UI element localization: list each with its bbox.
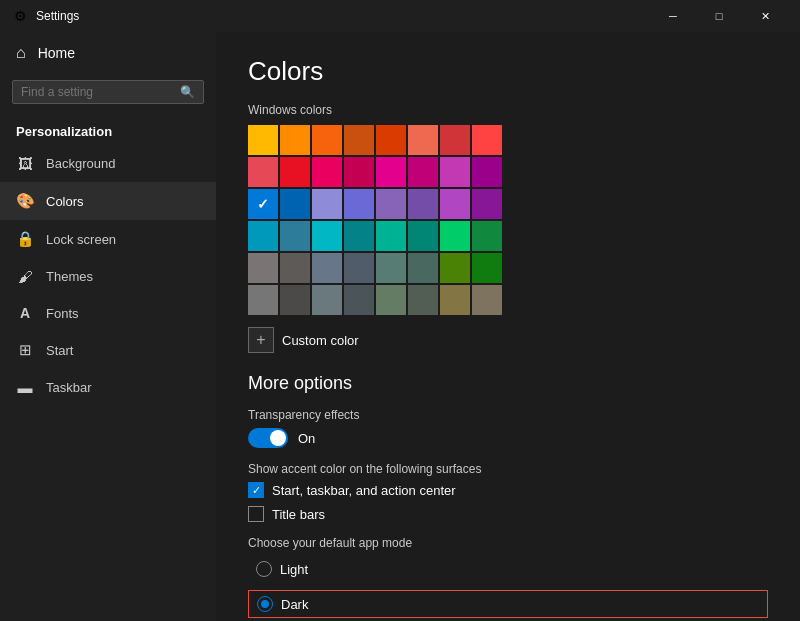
color-swatch[interactable] [280, 285, 310, 315]
transparency-on-label: On [298, 431, 315, 446]
color-swatch[interactable] [408, 125, 438, 155]
transparency-toggle-row: On [248, 428, 768, 448]
color-swatch[interactable] [280, 125, 310, 155]
more-options-title: More options [248, 373, 768, 394]
sidebar-item-label: Lock screen [46, 232, 116, 247]
color-swatch[interactable] [344, 221, 374, 251]
colors-icon: 🎨 [16, 192, 34, 210]
color-swatch[interactable] [312, 125, 342, 155]
color-swatch[interactable] [248, 221, 278, 251]
sidebar-item-label: Start [46, 343, 73, 358]
color-swatch[interactable] [344, 253, 374, 283]
color-grid [248, 125, 768, 315]
color-swatch[interactable] [312, 189, 342, 219]
transparency-option: Transparency effects On [248, 408, 768, 448]
home-label: Home [38, 45, 75, 61]
color-swatch[interactable] [280, 157, 310, 187]
close-button[interactable]: ✕ [742, 0, 788, 32]
color-row-1 [248, 157, 768, 187]
checkbox-row-2: Title bars [248, 506, 768, 522]
windows-colors-label: Windows colors [248, 103, 768, 117]
color-swatch[interactable] [344, 157, 374, 187]
color-swatch[interactable] [440, 253, 470, 283]
checkbox-start-taskbar[interactable]: ✓ [248, 482, 264, 498]
color-swatch[interactable] [440, 189, 470, 219]
sidebar-item-lock-screen[interactable]: 🔒 Lock screen [0, 220, 216, 258]
color-swatch[interactable] [344, 189, 374, 219]
search-input[interactable] [21, 85, 180, 99]
color-swatch[interactable] [408, 157, 438, 187]
color-swatch[interactable] [376, 221, 406, 251]
sidebar-home-button[interactable]: ⌂ Home [0, 32, 216, 74]
radio-label-dark: Dark [281, 597, 308, 612]
checkbox-label-2: Title bars [272, 507, 325, 522]
color-swatch[interactable] [312, 285, 342, 315]
color-row-3 [248, 221, 768, 251]
color-swatch[interactable] [408, 285, 438, 315]
color-swatch[interactable] [344, 125, 374, 155]
color-swatch[interactable] [472, 189, 502, 219]
color-swatch[interactable] [376, 157, 406, 187]
color-swatch[interactable] [440, 157, 470, 187]
color-swatch[interactable] [312, 157, 342, 187]
sidebar-item-themes[interactable]: 🖌 Themes [0, 258, 216, 295]
color-swatch[interactable] [376, 253, 406, 283]
color-swatch[interactable] [248, 285, 278, 315]
color-swatch[interactable] [472, 221, 502, 251]
color-swatch[interactable] [408, 189, 438, 219]
color-swatch[interactable] [280, 253, 310, 283]
color-swatch[interactable] [280, 189, 310, 219]
color-swatch[interactable] [376, 285, 406, 315]
radio-light[interactable] [256, 561, 272, 577]
checkmark-icon: ✓ [252, 484, 261, 497]
sidebar-item-start[interactable]: ⊞ Start [0, 331, 216, 369]
color-swatch[interactable] [408, 221, 438, 251]
color-swatch[interactable] [344, 285, 374, 315]
color-swatch[interactable] [472, 253, 502, 283]
color-swatch[interactable] [280, 221, 310, 251]
window-title: Settings [36, 9, 650, 23]
checkbox-title-bars[interactable] [248, 506, 264, 522]
minimize-button[interactable]: ─ [650, 0, 696, 32]
window-controls: ─ □ ✕ [650, 0, 788, 32]
custom-color-label: Custom color [282, 333, 359, 348]
sidebar-item-colors[interactable]: 🎨 Colors [0, 182, 216, 220]
color-swatch-selected[interactable] [248, 189, 278, 219]
radio-dark[interactable] [257, 596, 273, 612]
color-swatch[interactable] [440, 221, 470, 251]
themes-icon: 🖌 [16, 268, 34, 285]
color-swatch[interactable] [472, 157, 502, 187]
color-swatch[interactable] [248, 125, 278, 155]
color-swatch[interactable] [248, 253, 278, 283]
color-swatch[interactable] [472, 285, 502, 315]
sidebar-item-label: Themes [46, 269, 93, 284]
search-box[interactable]: 🔍 [12, 80, 204, 104]
page-title: Colors [248, 56, 768, 87]
color-swatch[interactable] [440, 285, 470, 315]
color-swatch[interactable] [312, 253, 342, 283]
color-row-2 [248, 189, 768, 219]
checkbox-row-1: ✓ Start, taskbar, and action center [248, 482, 768, 498]
color-swatch[interactable] [248, 157, 278, 187]
color-swatch[interactable] [312, 221, 342, 251]
start-icon: ⊞ [16, 341, 34, 359]
sidebar-item-fonts[interactable]: A Fonts [0, 295, 216, 331]
lock-icon: 🔒 [16, 230, 34, 248]
home-icon: ⌂ [16, 44, 26, 62]
color-swatch[interactable] [472, 125, 502, 155]
color-swatch[interactable] [408, 253, 438, 283]
color-swatch[interactable] [440, 125, 470, 155]
sidebar-item-label: Background [46, 156, 115, 171]
accent-surfaces-option: Show accent color on the following surfa… [248, 462, 768, 522]
custom-color-button[interactable]: + Custom color [248, 327, 768, 353]
color-row-5 [248, 285, 768, 315]
transparency-toggle[interactable] [248, 428, 288, 448]
color-swatch[interactable] [376, 189, 406, 219]
sidebar-item-background[interactable]: 🖼 Background [0, 145, 216, 182]
sidebar-item-label: Fonts [46, 306, 79, 321]
color-swatch[interactable] [376, 125, 406, 155]
checkbox-label-1: Start, taskbar, and action center [272, 483, 456, 498]
maximize-button[interactable]: □ [696, 0, 742, 32]
sidebar-item-taskbar[interactable]: ▬ Taskbar [0, 369, 216, 406]
toggle-knob [270, 430, 286, 446]
